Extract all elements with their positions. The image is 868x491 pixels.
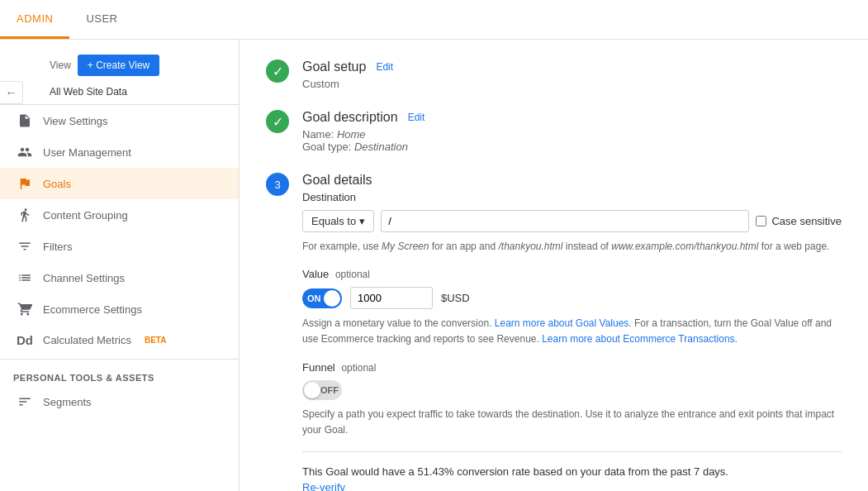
sidebar-divider — [0, 359, 239, 360]
funnel-hint-text: Specify a path you expect traffic to tak… — [302, 407, 842, 438]
value-optional: optional — [335, 269, 370, 280]
sidebar-item-label: Filters — [43, 241, 72, 253]
sidebar-item-calculated-metrics[interactable]: Dd Calculated Metrics BETA — [0, 325, 239, 355]
goal-step-2: ✓ Goal description Edit Name: Home Goal … — [266, 110, 842, 153]
equals-to-dropdown[interactable]: Equals to ▾ — [302, 210, 374, 232]
person-icon — [17, 207, 33, 222]
hint-thankyou: /thankyou.html — [498, 241, 562, 252]
step2-name: Name: Home — [302, 128, 842, 141]
conversion-text: This Goal would have a 51.43% conversion… — [302, 465, 842, 478]
flag-icon — [17, 176, 33, 191]
step1-checkmark: ✓ — [266, 60, 289, 83]
re-verify-link[interactable]: Re-verify — [302, 481, 345, 491]
collapse-sidebar-button[interactable]: ← — [0, 81, 23, 104]
destination-label: Destination — [302, 191, 842, 203]
equals-to-label: Equals to — [311, 215, 356, 227]
goal-step-3: 3 Goal details Destination Equals to ▾ C… — [266, 173, 842, 491]
step1-title: Goal setup — [302, 60, 366, 74]
value-amount-input[interactable] — [350, 287, 433, 309]
step1-edit-link[interactable]: Edit — [376, 61, 393, 73]
currency-label: $USD — [441, 292, 470, 304]
channel-icon — [17, 270, 33, 285]
sidebar-item-user-management[interactable]: User Management — [0, 136, 239, 168]
step2-name-label: Name: — [302, 128, 334, 141]
case-sensitive-label: Case sensitive — [771, 215, 842, 227]
step3-title-row: Goal details — [302, 173, 842, 188]
sidebar-item-label: Calculated Metrics — [43, 334, 131, 346]
funnel-toggle-off[interactable]: OFF — [302, 380, 342, 400]
main-content: ✓ Goal setup Edit Custom ✓ Goal descript… — [240, 40, 868, 491]
value-row: ON $USD — [302, 287, 842, 309]
hint-example: www.example.com/thankyou.html — [611, 241, 758, 252]
funnel-toggle-knob — [304, 382, 320, 398]
view-label: View — [50, 60, 71, 71]
sidebar-item-view-settings[interactable]: View Settings — [0, 105, 239, 136]
step2-checkmark: ✓ — [266, 110, 289, 133]
goal-values-link[interactable]: Learn more about Goal Values — [495, 317, 629, 329]
sidebar-item-content-grouping[interactable]: Content Grouping — [0, 199, 239, 231]
value-toggle-on[interactable]: ON — [302, 288, 342, 308]
sidebar-item-label: Ecommerce Settings — [43, 303, 142, 316]
sidebar-item-label: View Settings — [43, 115, 108, 127]
doc-icon — [17, 113, 33, 128]
value-body-text: Assign a monetary value to the conversio… — [302, 316, 842, 347]
value-field-label: Value optional — [302, 268, 842, 280]
sidebar-item-channel-settings[interactable]: Channel Settings — [0, 262, 239, 293]
step2-title: Goal description — [302, 110, 398, 125]
sidebar-header: View + Create View — [0, 48, 239, 83]
step3-title: Goal details — [302, 173, 372, 188]
step2-title-row: Goal description Edit — [302, 110, 842, 125]
step3-content: Goal details Destination Equals to ▾ Cas… — [302, 173, 842, 491]
cart-icon — [17, 302, 33, 317]
destination-hint: For example, use My Screen for an app an… — [302, 239, 842, 255]
step3-number: 3 — [266, 173, 289, 196]
sidebar-item-label: Channel Settings — [43, 272, 125, 284]
top-nav: ADMIN USER — [0, 0, 868, 40]
sidebar-item-label: Segments — [43, 396, 92, 408]
step2-type-label: Goal type: — [302, 141, 351, 153]
value-label: Value — [302, 268, 329, 280]
step2-type: Goal type: Destination — [302, 141, 842, 153]
funnel-field-label: Funnel optional — [302, 361, 842, 374]
goal-step-1: ✓ Goal setup Edit Custom — [266, 60, 842, 90]
step2-edit-link[interactable]: Edit — [408, 112, 425, 123]
step1-content: Goal setup Edit Custom — [302, 60, 842, 90]
sidebar-item-segments[interactable]: Segments — [0, 386, 239, 417]
step1-subtitle: Custom — [302, 78, 842, 90]
separator — [302, 451, 842, 452]
beta-badge: BETA — [145, 336, 166, 345]
destination-row: Equals to ▾ Case sensitive — [302, 210, 842, 232]
chevron-down-icon: ▾ — [359, 215, 365, 227]
funnel-row: OFF — [302, 380, 842, 400]
ecommerce-link[interactable]: Learn more about Ecommerce Transactions — [542, 333, 734, 345]
step2-content: Goal description Edit Name: Home Goal ty… — [302, 110, 842, 153]
destination-input[interactable] — [381, 210, 749, 232]
personal-tools-section-label: PERSONAL TOOLS & ASSETS — [0, 363, 239, 386]
people-icon — [17, 145, 33, 160]
step2-type-value: Destination — [354, 141, 408, 153]
funnel-optional: optional — [341, 362, 376, 374]
step2-name-value: Home — [337, 128, 366, 141]
sidebar-item-goals[interactable]: Goals — [0, 168, 239, 199]
toggle-knob — [324, 290, 340, 307]
create-view-button[interactable]: + Create View — [78, 55, 160, 76]
all-site-label: All Web Site Data — [0, 83, 239, 105]
sidebar-item-label: Goals — [43, 178, 71, 190]
sidebar: View + Create View All Web Site Data ← V… — [0, 40, 240, 491]
filter-icon — [17, 239, 33, 254]
sidebar-item-filters[interactable]: Filters — [0, 231, 239, 262]
hint-my-screen: My Screen — [382, 241, 429, 252]
sidebar-item-ecommerce[interactable]: Ecommerce Settings — [0, 293, 239, 325]
step1-title-row: Goal setup Edit — [302, 60, 842, 74]
main-layout: View + Create View All Web Site Data ← V… — [0, 40, 868, 491]
calc-icon: Dd — [17, 333, 33, 347]
case-sensitive-checkbox[interactable] — [756, 216, 766, 226]
funnel-label: Funnel — [302, 361, 335, 374]
tab-user[interactable]: USER — [69, 0, 134, 39]
toggle-on-label: ON — [302, 293, 321, 303]
case-sensitive-row: Case sensitive — [756, 215, 842, 227]
sidebar-item-label: Content Grouping — [43, 209, 128, 222]
sidebar-item-label: User Management — [43, 146, 131, 159]
tab-admin[interactable]: ADMIN — [0, 0, 69, 39]
segments-icon — [17, 394, 33, 409]
